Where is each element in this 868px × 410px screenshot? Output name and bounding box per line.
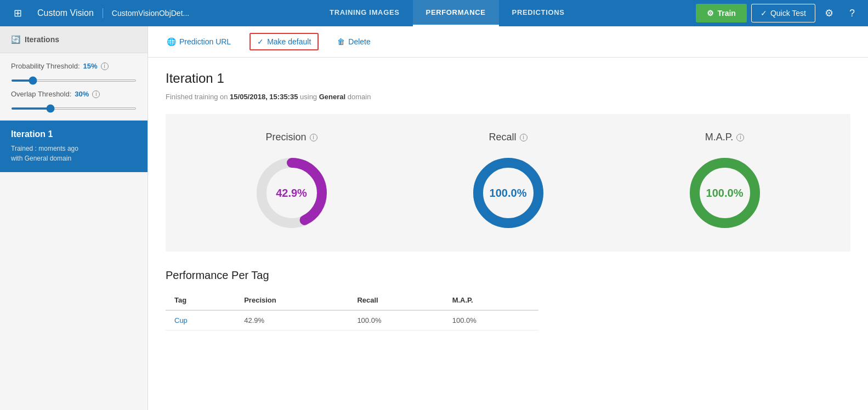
overlap-threshold-row: Overlap Threshold: 30% i [11, 90, 137, 98]
help-icon[interactable]: ? [843, 4, 861, 22]
map-value: 100.0% [706, 187, 744, 200]
sidebar: 🔄 Iterations Probability Threshold: 15% … [0, 26, 148, 410]
prediction-url-button[interactable]: 🌐 Prediction URL [161, 34, 236, 49]
iteration-item[interactable]: Iteration 1 Trained : moments ago with G… [0, 121, 147, 172]
tab-performance[interactable]: PERFORMANCE [413, 0, 499, 26]
probability-threshold-label: Probability Threshold: [11, 62, 80, 70]
recall-metric: Recall i 100.0% [467, 132, 549, 234]
trash-icon: 🗑 [337, 37, 345, 46]
iteration-item-trained: Trained : moments ago [11, 144, 137, 153]
overlap-info-icon[interactable]: i [92, 90, 100, 98]
metrics-panel: Precision i 42.9% [166, 114, 850, 252]
table-header-row: Tag Precision Recall M.A.P. [166, 291, 538, 310]
quick-test-button[interactable]: ✓ Quick Test [751, 4, 815, 22]
check-icon: ✓ [257, 37, 264, 46]
settings-icon[interactable]: ⚙ [820, 4, 838, 22]
col-header-map: M.A.P. [444, 291, 538, 310]
make-default-button[interactable]: ✓ Make default [249, 33, 319, 50]
top-navigation: ⊞ Custom Vision CustomVisionObjDet... TR… [0, 0, 868, 26]
overlap-threshold-value: 30% [75, 90, 89, 98]
main-content: 🌐 Prediction URL ✓ Make default 🗑 Delete… [148, 26, 868, 410]
iteration-title: Iteration 1 [166, 71, 850, 86]
gear-icon: ⚙ [707, 9, 714, 18]
recall-info-icon[interactable]: i [520, 134, 527, 141]
overlap-slider-container [11, 102, 137, 111]
precision-label: Precision i [265, 132, 317, 143]
probability-info-icon[interactable]: i [101, 62, 109, 70]
perf-per-tag-title: Performance Per Tag [166, 269, 850, 282]
tag-recall-cup: 100.0% [348, 310, 443, 331]
content-area: Iteration 1 Finished training on 15/05/2… [148, 58, 868, 410]
tab-predictions[interactable]: PREDICTIONS [499, 0, 578, 26]
recall-label: Recall i [489, 132, 527, 143]
recall-donut: 100.0% [467, 152, 549, 234]
train-button[interactable]: ⚙ Train [696, 4, 746, 22]
precision-info-icon[interactable]: i [310, 134, 317, 141]
app-name: Custom Vision [29, 8, 103, 18]
map-info-icon[interactable]: i [736, 134, 744, 141]
nav-actions: ⚙ Train ✓ Quick Test ⚙ ? [696, 4, 861, 22]
probability-threshold-slider[interactable] [11, 79, 137, 82]
precision-donut: 42.9% [251, 152, 333, 234]
recall-value: 100.0% [490, 187, 527, 200]
tag-name-cup[interactable]: Cup [166, 310, 235, 331]
iterations-label: Iterations [25, 35, 59, 44]
map-metric: M.A.P. i 100.0% [684, 132, 766, 234]
iteration-item-domain: with General domain [11, 153, 137, 163]
iterations-header: 🔄 Iterations [0, 26, 147, 53]
thresholds-section: Probability Threshold: 15% i Overlap Thr… [0, 53, 147, 121]
subtitle-prefix: Finished training on [166, 93, 230, 101]
iterations-globe-icon: 🔄 [11, 35, 20, 44]
content-toolbar: 🌐 Prediction URL ✓ Make default 🗑 Delete [148, 26, 868, 58]
precision-value: 42.9% [276, 187, 307, 200]
probability-threshold-row: Probability Threshold: 15% i [11, 62, 137, 70]
subtitle-suffix: domain [345, 93, 371, 101]
table-row: Cup 42.9% 100.0% 100.0% [166, 310, 538, 331]
subtitle-date: 15/05/2018, 15:35:35 [230, 93, 298, 101]
nav-tabs: TRAINING IMAGES PERFORMANCE PREDICTIONS [198, 0, 696, 26]
iteration-subtitle: Finished training on 15/05/2018, 15:35:3… [166, 93, 850, 101]
precision-metric: Precision i 42.9% [251, 132, 333, 234]
probability-slider-container [11, 75, 137, 83]
tag-precision-cup: 42.9% [235, 310, 348, 331]
probability-threshold-value: 15% [83, 62, 98, 70]
subtitle-middle: using [298, 93, 319, 101]
main-layout: 🔄 Iterations Probability Threshold: 15% … [0, 26, 868, 410]
delete-button[interactable]: 🗑 Delete [332, 34, 376, 49]
tag-map-cup: 100.0% [444, 310, 538, 331]
col-header-recall: Recall [348, 291, 443, 310]
overlap-threshold-label: Overlap Threshold: [11, 90, 71, 98]
map-label: M.A.P. i [705, 132, 745, 143]
overlap-threshold-slider[interactable] [11, 107, 137, 110]
perf-table: Tag Precision Recall M.A.P. Cup 42.9% 10… [166, 291, 538, 331]
home-icon[interactable]: ⊞ [7, 0, 29, 26]
subtitle-domain: General [319, 93, 345, 101]
check-icon: ✓ [761, 9, 767, 18]
col-header-tag: Tag [166, 291, 235, 310]
tab-training-images[interactable]: TRAINING IMAGES [316, 0, 412, 26]
globe-icon: 🌐 [167, 37, 176, 46]
col-header-precision: Precision [235, 291, 348, 310]
project-name[interactable]: CustomVisionObjDet... [103, 9, 198, 18]
iteration-item-name: Iteration 1 [11, 129, 137, 139]
map-donut: 100.0% [684, 152, 766, 234]
